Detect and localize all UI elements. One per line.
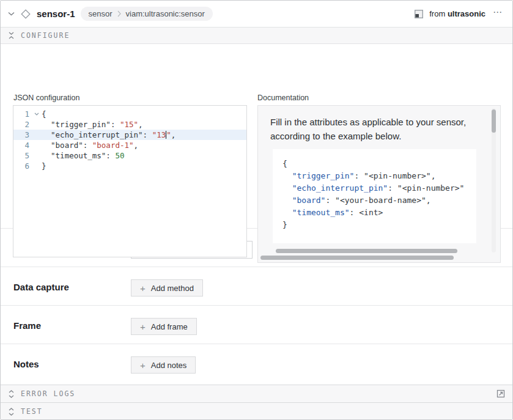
breadcrumb-chevron-icon	[117, 10, 121, 17]
error-logs-bar[interactable]: ERROR LOGS	[1, 385, 512, 402]
add-method-button[interactable]: + Add method	[131, 279, 203, 297]
sensor-diamond-icon	[20, 9, 31, 20]
component-name: sensor-1	[37, 9, 75, 19]
test-bar[interactable]: TEST	[1, 402, 512, 420]
expand-section-icon	[8, 390, 15, 398]
code-line[interactable]: 5 "timeout_ms": 50	[13, 150, 246, 161]
doc-code-line: "trigger_pin": "<pin-number>",	[282, 170, 476, 182]
doc-code-line: }	[282, 219, 476, 231]
component-header: sensor-1 sensor viam:ultrasonic:sensor f…	[1, 1, 512, 27]
configure-title: CONFIGURE	[21, 31, 70, 40]
doc-horizontal-scrollbar[interactable]	[260, 256, 454, 260]
plus-icon: +	[140, 361, 146, 370]
code-text: "trigger_pin": "15",	[42, 119, 246, 130]
json-configuration-label: JSON configuration	[13, 94, 79, 102]
code-line[interactable]: 1{	[13, 109, 246, 119]
data-capture-label: Data capture	[13, 279, 131, 292]
code-line[interactable]: 6}	[13, 161, 246, 171]
line-number: 5	[13, 150, 32, 161]
expand-section-icon	[8, 408, 15, 416]
module-icon	[415, 10, 423, 18]
plus-icon: +	[140, 284, 146, 293]
more-options-button[interactable]: ⋯	[492, 6, 504, 21]
documentation-label: Documentation	[257, 94, 309, 102]
code-text: "board": "board-1",	[42, 140, 246, 150]
frame-section: Frame + Add frame	[1, 305, 512, 344]
doc-code-line: {	[282, 158, 476, 170]
line-number: 6	[13, 161, 32, 171]
header-right: from ultrasonic ⋯	[415, 6, 504, 21]
doc-vertical-scrollbar[interactable]	[492, 109, 496, 133]
code-text: "echo_interrupt_pin": "13",	[42, 130, 246, 140]
component-card: sensor-1 sensor viam:ultrasonic:sensor f…	[0, 0, 513, 420]
add-frame-button[interactable]: + Add frame	[131, 318, 197, 335]
fold-gutter	[32, 161, 42, 171]
plus-icon: +	[140, 322, 146, 331]
notes-section: Notes + Add notes	[1, 344, 512, 385]
fold-gutter	[32, 130, 42, 140]
code-text: "timeout_ms": 50	[42, 150, 246, 161]
json-editor[interactable]: 1{2 "trigger_pin": "15",3 "echo_interrup…	[13, 105, 247, 257]
code-text: }	[42, 161, 246, 171]
type-label: sensor	[89, 9, 113, 18]
line-number: 4	[13, 140, 32, 150]
line-number: 1	[13, 109, 32, 119]
code-text: {	[42, 109, 246, 119]
collapse-section-icon	[8, 32, 15, 39]
code-line[interactable]: 3 "echo_interrupt_pin": "13",	[13, 130, 246, 140]
code-line[interactable]: 2 "trigger_pin": "15",	[13, 119, 246, 130]
component-type-badge: sensor viam:ultrasonic:sensor	[81, 7, 213, 21]
collapse-chevron-icon[interactable]	[8, 12, 15, 16]
test-title: TEST	[21, 407, 43, 416]
error-logs-title: ERROR LOGS	[21, 389, 75, 398]
documentation-panel: Fill in the attributes as applicable to …	[257, 105, 501, 263]
documentation-code-block: { "trigger_pin": "<pin-number>", "echo_i…	[273, 149, 476, 243]
line-number: 3	[13, 130, 32, 140]
doc-code-line: "board": "<your-board-name>",	[282, 194, 476, 207]
fold-gutter	[32, 150, 42, 161]
fold-gutter	[32, 140, 42, 150]
fold-chevron-icon[interactable]	[32, 109, 42, 119]
line-number: 2	[13, 119, 32, 130]
header-left: sensor-1 sensor viam:ultrasonic:sensor	[8, 7, 415, 21]
frame-label: Frame	[13, 318, 131, 331]
notes-label: Notes	[13, 356, 131, 369]
code-horizontal-scrollbar[interactable]	[276, 249, 457, 253]
model-label: viam:ultrasonic:sensor	[126, 9, 205, 18]
doc-code-line: "echo_interrupt_pin": "<pin-number>"	[282, 182, 476, 194]
open-external-icon[interactable]	[496, 389, 505, 398]
configure-content: JSON configuration Documentation 1{2 "tr…	[1, 44, 512, 228]
fold-gutter	[32, 119, 42, 130]
doc-code-line: "timeout_ms": <int>	[282, 207, 476, 219]
configure-bar[interactable]: CONFIGURE	[1, 27, 512, 44]
code-line[interactable]: 4 "board": "board-1",	[13, 140, 246, 150]
from-module-label: from ultrasonic	[429, 9, 485, 18]
add-notes-button[interactable]: + Add notes	[131, 356, 196, 374]
data-capture-section: Data capture + Add method	[1, 267, 512, 305]
documentation-text: Fill in the attributes as applicable to …	[270, 116, 472, 143]
